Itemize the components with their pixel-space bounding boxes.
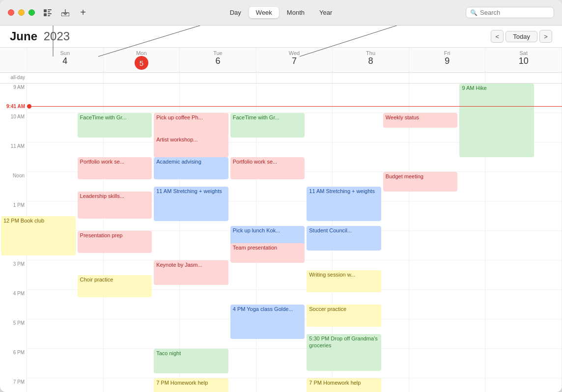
calendar-window: Vis kalenderlisten. Opprett en nyhendels… [0, 0, 562, 392]
search-box[interactable]: 🔍 [466, 7, 554, 18]
svg-rect-6 [48, 13, 52, 14]
tab-year[interactable]: Year [312, 7, 339, 18]
time-cell-10-5[interactable] [409, 378, 486, 392]
event-e8[interactable]: Academic advising [154, 157, 228, 179]
calendar-list-button[interactable] [41, 6, 55, 20]
event-e25[interactable]: 5:30 PM Drop off Grandma's groceries [307, 334, 381, 371]
time-cell-8-1[interactable] [104, 319, 180, 349]
close-button[interactable] [8, 9, 14, 16]
event-e5[interactable]: Weekly status [383, 113, 458, 128]
allday-label: all-day [0, 73, 27, 83]
event-e2[interactable]: Pick up coffee Ph... [154, 113, 228, 138]
allday-wed [256, 73, 333, 83]
view-tabs: Day Week Month Year [223, 7, 339, 18]
time-cell-7-6[interactable] [485, 290, 562, 319]
event-e23[interactable]: Soccer practice [307, 305, 381, 327]
time-label-6: 3 PM [0, 260, 27, 290]
event-e15[interactable]: Presentation prep [78, 231, 152, 253]
day-header-tue: Tue 6 [180, 48, 256, 72]
day-header-wed: Wed 7 [256, 48, 333, 72]
next-button[interactable]: > [539, 30, 552, 43]
event-e6[interactable]: 9 AM Hike [459, 84, 534, 157]
time-cell-7-5[interactable] [409, 290, 486, 319]
time-cell-0-0[interactable] [27, 84, 104, 113]
event-e17[interactable]: Team presentation [230, 243, 305, 263]
tab-week[interactable]: Week [249, 7, 279, 18]
time-cell-3-6[interactable] [485, 172, 562, 201]
minimize-button[interactable] [18, 9, 25, 16]
event-e20[interactable]: Choir practice [78, 275, 152, 297]
event-e27[interactable]: 7 PM Homework help [307, 378, 381, 392]
time-grid: 9 AM10 AM11 AMNoon1 PM2 PM3 PM4 PM5 PM6 … [0, 84, 562, 392]
time-label-1: 10 AM [0, 113, 27, 142]
today-button[interactable]: Today [506, 31, 537, 42]
time-cell-6-6[interactable] [485, 260, 562, 290]
time-cell-9-5[interactable] [409, 349, 486, 378]
time-cell-4-5[interactable] [409, 201, 486, 231]
time-cell-5-6[interactable] [485, 231, 562, 260]
calendar-header: June 2023 < Today > [0, 26, 562, 47]
event-e10[interactable]: Budget meeting [383, 172, 458, 192]
allday-mon [104, 73, 180, 83]
add-event-button[interactable]: + [76, 6, 90, 20]
svg-rect-5 [44, 13, 47, 16]
event-e14[interactable]: 12 PM Book club [1, 216, 76, 255]
search-icon: 🔍 [470, 9, 478, 16]
event-e1[interactable]: FaceTime with Gr... [78, 113, 152, 138]
time-cell-0-1[interactable] [104, 84, 180, 113]
svg-rect-7 [48, 11, 50, 12]
allday-sat [485, 73, 562, 83]
event-e16[interactable]: Pick up lunch Kok... [230, 226, 305, 246]
day-headers: Sun 4 Mon 5 Tue 6 Wed 7 Thu 8 Fri 9 [0, 48, 562, 73]
time-label-0: 9 AM [0, 84, 27, 113]
allday-sun [27, 73, 104, 83]
event-e13[interactable]: 11 AM Stretching + weights [307, 187, 381, 221]
svg-rect-4 [48, 9, 52, 10]
time-label-10: 7 PM [0, 378, 27, 392]
day-header-mon: Mon 5 [104, 48, 180, 72]
month-year-heading: June 2023 [10, 29, 70, 43]
event-e18[interactable]: Student Council... [307, 226, 381, 251]
inbox-button[interactable] [58, 6, 72, 20]
search-input[interactable] [480, 9, 550, 16]
svg-rect-3 [44, 9, 47, 12]
time-cell-2-4[interactable] [333, 142, 409, 172]
allday-thu [333, 73, 409, 83]
calendar-grid: Sun 4 Mon 5 Tue 6 Wed 7 Thu 8 Fri 9 [0, 47, 562, 392]
maximize-button[interactable] [28, 9, 35, 16]
time-cell-9-0[interactable] [27, 349, 104, 378]
day-header-fri: Fri 9 [409, 48, 486, 72]
event-e7[interactable]: Portfolio work se... [78, 157, 152, 179]
event-e4[interactable]: FaceTime with Gr... [230, 113, 305, 138]
event-e22[interactable]: 4 PM Yoga class Golde... [230, 305, 305, 339]
time-label-2: 11 AM [0, 142, 27, 172]
time-cell-8-6[interactable] [485, 319, 562, 349]
time-cell-10-0[interactable] [27, 378, 104, 392]
event-e21[interactable]: Writing session w... [307, 270, 381, 292]
event-e19[interactable]: Keynote by Jasm... [154, 260, 228, 285]
time-label-3: Noon [0, 172, 27, 201]
time-cell-4-6[interactable] [485, 201, 562, 231]
nav-controls: < Today > [491, 30, 552, 43]
event-e12[interactable]: 11 AM Stretching + weights [154, 187, 228, 221]
event-e9[interactable]: Portfolio work se... [230, 157, 305, 179]
time-column-header [0, 48, 27, 72]
time-cell-6-5[interactable] [409, 260, 486, 290]
event-e24[interactable]: Taco night [154, 349, 228, 373]
time-cell-8-0[interactable] [27, 319, 104, 349]
time-cell-8-5[interactable] [409, 319, 486, 349]
time-label-8: 5 PM [0, 319, 27, 349]
tab-day[interactable]: Day [223, 7, 248, 18]
event-e26[interactable]: 7 PM Homework help [154, 378, 228, 392]
event-e3[interactable]: Artist workshop... [154, 135, 228, 157]
time-cell-9-6[interactable] [485, 349, 562, 378]
time-cell-0-2[interactable] [180, 84, 256, 113]
tab-month[interactable]: Month [280, 7, 311, 18]
prev-button[interactable]: < [491, 30, 504, 43]
time-cell-0-4[interactable] [333, 84, 409, 113]
time-cell-5-5[interactable] [409, 231, 486, 260]
toolbar-icons: + [41, 6, 90, 20]
time-cell-0-3[interactable] [256, 84, 333, 113]
time-cell-10-6[interactable] [485, 378, 562, 392]
event-e11[interactable]: Leadership skills... [78, 192, 152, 219]
